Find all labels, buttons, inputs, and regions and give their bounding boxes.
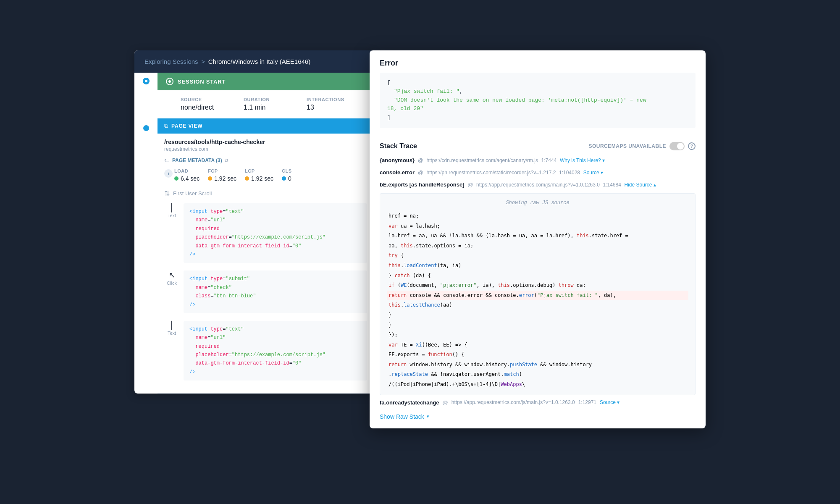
code-line-5: try { [387, 251, 688, 261]
source-link-bottom[interactable]: Source ▾ [600, 399, 620, 405]
code-pre-3: <input type="text" name="url" required p… [189, 325, 361, 376]
source-code: href = na; var ua = la.hash; la.href = a… [387, 211, 688, 390]
source-link-2[interactable]: Source ▾ [583, 170, 603, 176]
scroll-indicator: ⇅ First User Scroll [164, 186, 367, 201]
duration-col: DURATION 1.1 min [244, 97, 302, 111]
stack-trace-header: Stack Trace SOURCEMAPS UNAVAILABLE ? [380, 142, 696, 150]
error-line-2: "DOM doesn't look the same on new loaded… [387, 97, 646, 112]
lcp-label: LCP [245, 168, 273, 173]
showing-label: Showing raw JS source [387, 199, 688, 208]
duration-value: 1.1 min [244, 104, 265, 111]
page-url[interactable]: /resources/tools/http-cache-checker [164, 139, 367, 145]
hide-source-link[interactable]: Hide Source ▴ [624, 182, 656, 188]
stack-frame-2: console.error @ https://ph.requestmetric… [380, 168, 696, 177]
info-icon: i [164, 169, 173, 178]
bottom-frame-name: fa.onreadystatechange [380, 399, 439, 406]
scroll-label: First User Scroll [173, 190, 212, 197]
text-cursor-icon-2: │ [169, 321, 174, 330]
frame-name-2: console.error [380, 169, 415, 176]
frame-name-1: {anonymous} [380, 157, 415, 163]
show-raw-stack-label: Show Raw Stack [380, 413, 424, 420]
bottom-frame: fa.onreadystatechange @ https://app.requ… [380, 399, 696, 406]
metrics-row: i LOAD 6.4 sec FCP [164, 168, 367, 182]
lcp-metric: LCP 1.92 sec [245, 168, 273, 182]
error-title: Error [380, 59, 696, 68]
page-view-bar: ⧉ PAGE VIEW [158, 118, 374, 134]
lcp-dot [245, 176, 249, 181]
frame-url-2: https://ph.requestmetrics.com/static/rec… [427, 170, 556, 176]
cls-label: CLS [282, 168, 292, 173]
interaction-type-3: Text [168, 331, 176, 336]
sourcemaps-toggle[interactable] [669, 142, 685, 150]
code-line-3: la.href = aa, ua && !la.hash && (la.hash… [387, 231, 688, 241]
frame-location-1: 1:7444 [541, 158, 557, 163]
metadata-label[interactable]: PAGE METADATA (3) [172, 158, 222, 163]
frame-url-1: https://cdn.requestmetrics.com/agent/can… [427, 158, 538, 163]
page-view-row: ⧉ PAGE VIEW /resources/tools/http-cache-… [134, 118, 374, 394]
load-metric: LOAD 6.4 sec [174, 168, 200, 182]
error-line-1: "Pjax switch fail: ", [387, 88, 463, 94]
timeline-dot [143, 125, 149, 131]
code-line-6: this.loadContent(ta, ia) [387, 261, 688, 271]
interaction-icon-col-3: │ Text [164, 321, 179, 336]
code-line-8: if (WE(document, "pjax:error", ia), this… [387, 281, 688, 291]
copy-icon[interactable]: ⧉ [225, 158, 228, 163]
tag-icon: 🏷 [164, 157, 170, 163]
code-line-16: return window.history && window.history.… [387, 360, 688, 370]
load-dot [174, 176, 178, 181]
sourcemaps-label: SOURCEMAPS UNAVAILABLE [588, 143, 666, 149]
fcp-label: FCP [208, 168, 236, 173]
interaction-type-2: Click [167, 281, 177, 286]
code-line-7: } catch (da) { [387, 271, 688, 281]
page-metadata-row: 🏷 PAGE METADATA (3) ⧉ [164, 157, 367, 163]
error-body: [ "Pjax switch fail: ", "DOM doesn't loo… [380, 73, 696, 128]
page-domain: requestmetrics.com [164, 146, 367, 152]
open-bracket: [ [387, 79, 391, 86]
code-line-18: /((iPod|iPhone|iPad).+\bOS\s+[1-4]\D|Web… [387, 380, 688, 390]
cls-dot [282, 176, 286, 181]
page-view-icon: ⧉ [164, 123, 168, 129]
code-line-12: } [387, 320, 688, 331]
code-block-3: <input type="text" name="url" required p… [184, 321, 367, 381]
session-info: SOURCE none/direct DURATION 1.1 min INTE… [158, 90, 374, 118]
click-cursor-icon: ↖ [169, 270, 175, 280]
cls-value: 0 [288, 175, 291, 182]
code-block-1: <input type="text" name="url" required p… [184, 203, 367, 263]
breadcrumb-parent[interactable]: Exploring Sessions [144, 58, 198, 65]
bottom-frame-location: 1:12971 [578, 399, 596, 405]
stack-frame-1: {anonymous} @ https://cdn.requestmetrics… [380, 156, 696, 165]
fcp-value: 1.92 sec [214, 175, 236, 182]
source-col: SOURCE none/direct [181, 97, 239, 111]
session-start-bar: SESSION START [158, 73, 374, 90]
close-bracket: ] [387, 114, 391, 121]
show-raw-stack-button[interactable]: Show Raw Stack ▾ [380, 409, 696, 424]
frame-at-3: @ [467, 181, 473, 188]
interactions-value: 13 [307, 104, 314, 111]
chevron-down-icon: ▾ [427, 414, 429, 419]
frame-url-3: https://app.requestmetrics.com/js/main.j… [476, 182, 600, 188]
page-view-content: /resources/tools/http-cache-checker requ… [158, 134, 374, 393]
breadcrumb-separator: > [202, 58, 205, 65]
duration-label: DURATION [244, 97, 302, 102]
code-pre-1: <input type="text" name="url" required p… [189, 207, 361, 259]
why-link[interactable]: Why is This Here? ▾ [560, 158, 605, 163]
frame-at-1: @ [418, 157, 423, 163]
interaction-3: │ Text <input type="text" name="url" req… [164, 321, 367, 385]
main-container: Exploring Sessions > Chrome/Windows in I… [17, 25, 823, 479]
error-header: Error [ "Pjax switch fail: ", "DOM doesn… [370, 50, 706, 135]
frame-location-2: 1:104028 [559, 170, 580, 176]
metrics-grid: LOAD 6.4 sec FCP 1.92 sec [174, 168, 292, 182]
interaction-type-1: Text [168, 213, 176, 218]
bottom-frame-url: https://app.requestmetrics.com/js/main.j… [452, 399, 575, 405]
timeline-dot-col [134, 118, 158, 131]
code-line-4: aa, this.state.options = ia; [387, 241, 688, 251]
code-line-11: } [387, 310, 688, 320]
help-icon[interactable]: ? [688, 142, 696, 150]
cls-metric: CLS 0 [282, 168, 292, 182]
code-line-2: var ua = la.hash; [387, 221, 688, 231]
frame-name-3: bE.exports [as handleResponse] [380, 181, 465, 188]
interaction-1: │ Text <input type="text" name="url" req… [164, 203, 367, 267]
code-line-13: }); [387, 330, 688, 340]
interaction-2: ↖ Click <input type="submit" name="check… [164, 270, 367, 318]
code-pre-2: <input type="submit" name="check" class=… [189, 275, 361, 309]
